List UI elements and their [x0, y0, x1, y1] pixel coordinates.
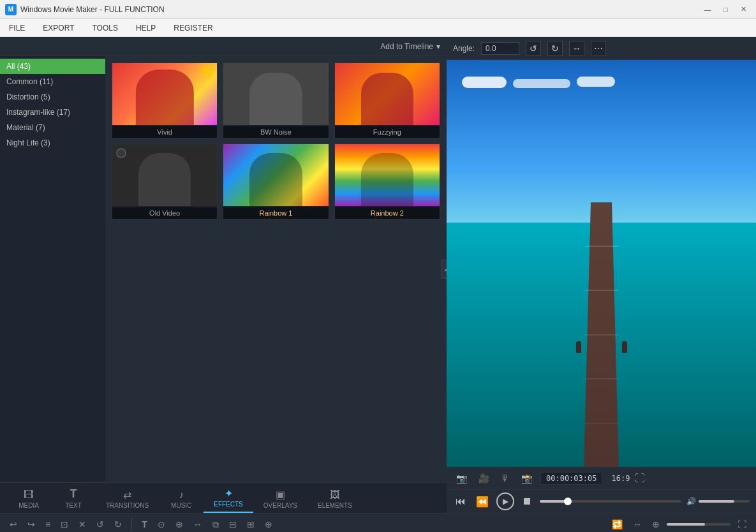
text-tool-button[interactable]: T: [138, 518, 151, 531]
undo-button[interactable]: ↩: [6, 518, 20, 531]
main-layout: Add to Timeline ▾ All (43) Common (11) D…: [0, 37, 756, 513]
effect-vivid-thumb: [112, 63, 217, 125]
skip-start-button[interactable]: ⏮: [453, 494, 468, 508]
grid-button[interactable]: ⊕: [262, 518, 276, 531]
transitions-icon: ⇄: [123, 489, 131, 501]
progress-thumb: [564, 498, 572, 505]
effect-rainbow1[interactable]: Rainbow 1: [223, 144, 329, 219]
category-all[interactable]: All (43): [0, 59, 105, 74]
tab-text[interactable]: T TEXT: [51, 485, 96, 513]
bollard-right: [622, 341, 627, 353]
effect-fuzzying-thumb: [335, 63, 440, 125]
filter-button[interactable]: ≡: [42, 518, 54, 531]
add-button[interactable]: ⊞: [244, 518, 258, 531]
tab-elements[interactable]: 🖼 ELEMENTS: [308, 487, 362, 513]
category-material[interactable]: Material (7): [0, 120, 105, 135]
tab-overlays[interactable]: ▣ OVERLAYS: [253, 486, 308, 513]
loop-button[interactable]: 🔁: [609, 518, 626, 531]
titlebar-left: M Windows Movie Maker - FULL FUNCTION: [5, 4, 165, 15]
effect-vivid[interactable]: Vivid: [112, 63, 218, 138]
effect-fuzzying[interactable]: Fuzzying: [334, 63, 440, 138]
camera-mode-button[interactable]: 📷: [453, 472, 470, 485]
mic-button[interactable]: 🎙: [498, 472, 513, 485]
video-mode-button[interactable]: 🎥: [475, 472, 493, 485]
overlays-icon: ▣: [276, 489, 285, 501]
tab-transitions[interactable]: ⇄ TRANSITIONS: [96, 486, 159, 513]
timer-button[interactable]: ⊙: [154, 518, 168, 531]
stop-button[interactable]: ⏹: [519, 494, 535, 508]
playback-controls: ⏮ ⏪ ▶ ⏹ 🔊: [447, 490, 756, 513]
volume-bar[interactable]: [699, 500, 750, 503]
tab-effects[interactable]: ✦ EFFECTS: [204, 485, 253, 513]
rotate-ccw-button[interactable]: ↺: [526, 41, 541, 56]
tab-text-label: TEXT: [65, 502, 82, 509]
effect-bwnoise-thumb: [223, 63, 328, 125]
split-button[interactable]: ⊕: [172, 518, 186, 531]
rotate-right-button[interactable]: ↻: [111, 518, 125, 531]
maximize-button[interactable]: □: [718, 4, 733, 15]
expand-button[interactable]: ↔: [190, 518, 205, 531]
angle-input[interactable]: [481, 42, 519, 55]
screenshot-button[interactable]: 📸: [518, 472, 535, 485]
copy-button[interactable]: ⊡: [57, 518, 71, 531]
rotate-left-button[interactable]: ↺: [93, 518, 107, 531]
flip-h-button[interactable]: ↔: [569, 41, 584, 56]
tab-overlays-label: OVERLAYS: [263, 502, 297, 509]
sidebar-collapse-button[interactable]: ◀: [441, 260, 447, 279]
categories-sidebar: All (43) Common (11) Distortion (5) Inst…: [0, 56, 105, 482]
menu-register[interactable]: REGISTER: [165, 19, 221, 36]
preview-timecode: 00:00:03:05: [540, 472, 602, 485]
crop-button[interactable]: ⧉: [209, 518, 222, 531]
cloud-3: [577, 77, 615, 87]
menu-help[interactable]: HELP: [127, 19, 165, 36]
fullscreen-button[interactable]: ⛶: [635, 473, 645, 484]
effects-icon: ✦: [225, 487, 233, 499]
category-instagram[interactable]: Instagram-like (17): [0, 105, 105, 120]
category-distortion[interactable]: Distortion (5): [0, 89, 105, 105]
timeline-zoom-bar[interactable]: [667, 523, 730, 526]
effect-fuzzying-label: Fuzzying: [335, 126, 440, 138]
angle-label: Angle:: [453, 44, 475, 53]
app-logo: M: [5, 4, 17, 15]
add-timeline-chevron: ▾: [436, 42, 440, 51]
prev-frame-button[interactable]: ⏪: [473, 494, 491, 509]
effects-grid-container: Vivid BW Noise: [105, 56, 447, 482]
mask-button[interactable]: ⊟: [226, 518, 240, 531]
minimize-button[interactable]: —: [700, 4, 715, 15]
bottom-toolbar: ↩ ↪ ≡ ⊡ ✕ ↺ ↻ T ⊙ ⊕ ↔ ⧉ ⊟ ⊞ ⊕ 🔁 ↔ ⊕ ⛶: [0, 513, 756, 532]
volume-icon: 🔊: [686, 497, 696, 506]
tab-music[interactable]: ♪ MUSIC: [159, 487, 204, 513]
menu-file[interactable]: FILE: [0, 19, 34, 36]
category-common[interactable]: Common (11): [0, 74, 105, 89]
media-icon: 🎞: [24, 489, 34, 501]
expand-timeline-button[interactable]: ↔: [630, 518, 645, 531]
play-button[interactable]: ▶: [496, 492, 514, 510]
timeline-right-controls: 🔁 ↔ ⊕ ⛶: [609, 518, 750, 531]
music-icon: ♪: [179, 489, 184, 501]
rotate-cw-button[interactable]: ↻: [547, 41, 563, 56]
tab-elements-label: ELEMENTS: [318, 502, 352, 509]
effect-rainbow2[interactable]: Rainbow 2: [334, 144, 440, 219]
tab-media-label: MEDIA: [19, 502, 39, 509]
tab-bar: 🎞 MEDIA T TEXT ⇄ TRANSITIONS ♪ MUSIC ✦ E…: [0, 482, 447, 513]
marker-button[interactable]: ⊕: [649, 518, 663, 531]
right-panel: Angle: ↺ ↻ ↔ ⋯: [447, 37, 756, 513]
menu-export[interactable]: EXPORT: [34, 19, 83, 36]
more-options-button[interactable]: ⋯: [591, 41, 606, 56]
tab-music-label: MUSIC: [171, 502, 191, 509]
close-button[interactable]: ✕: [736, 4, 751, 15]
redo-button[interactable]: ↪: [24, 518, 38, 531]
effect-oldvideo[interactable]: Old Video: [112, 144, 218, 219]
effect-bwnoise[interactable]: BW Noise: [223, 63, 329, 138]
delete-button[interactable]: ✕: [75, 518, 89, 531]
fullscreen-timeline-button[interactable]: ⛶: [734, 518, 750, 531]
add-timeline-bar[interactable]: Add to Timeline ▾: [0, 37, 447, 56]
effect-rainbow2-label: Rainbow 2: [335, 207, 440, 219]
progress-bar[interactable]: [540, 500, 681, 503]
cloud-2: [513, 79, 570, 88]
tab-media[interactable]: 🎞 MEDIA: [6, 487, 51, 513]
menu-tools[interactable]: TOOLS: [83, 19, 126, 36]
effect-oldvideo-label: Old Video: [112, 207, 217, 219]
category-nightlife[interactable]: Night Life (3): [0, 135, 105, 151]
toolbar-divider-1: [131, 518, 132, 531]
